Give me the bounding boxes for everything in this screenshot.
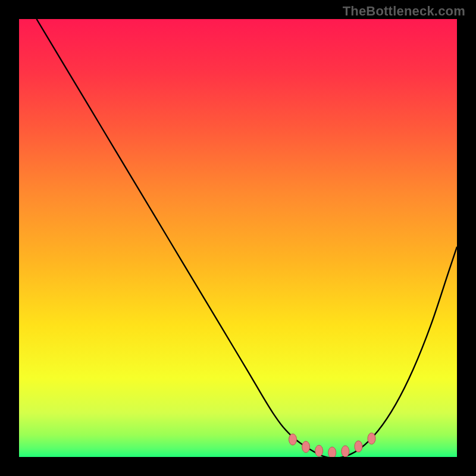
marker-dot	[315, 445, 323, 456]
marker-dot	[289, 434, 297, 445]
plot-area	[19, 19, 457, 457]
marker-dot	[342, 446, 349, 457]
plot-svg	[19, 19, 457, 457]
chart-container: TheBottleneck.com	[0, 0, 476, 476]
attribution-text: TheBottleneck.com	[343, 4, 465, 19]
marker-dot	[328, 447, 336, 457]
gradient-background	[19, 19, 457, 457]
marker-dot	[368, 433, 375, 444]
marker-dot	[302, 441, 310, 453]
marker-dot	[355, 441, 362, 452]
